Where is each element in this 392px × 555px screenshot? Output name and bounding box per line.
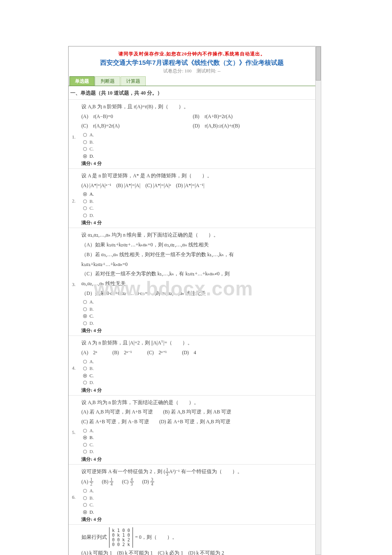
- denominator: 4: [150, 482, 154, 486]
- option-D[interactable]: D.: [81, 153, 311, 160]
- choice-row-AB: (A) 若 A,B 均可逆，则 A+B 可逆 (B) 若 A,B 均可逆，则 A…: [81, 408, 311, 416]
- choice-A-text: (A) r(A−B)=0: [81, 112, 192, 121]
- question-stem: 设 A,B 均为 n 阶方阵，下面结论正确的是（ ）。: [81, 398, 311, 407]
- choice-B-text: （B）若 α₁,…,αₙ 线性相关，则对任意一组不全为零的数 k₁,…,kₙ，有: [81, 250, 311, 259]
- radio-icon: [83, 307, 87, 311]
- choice-C-text: （C）若对任意一组不全为零的数 k₁,…,kₙ，有 k₁α₁+…+kₙαₙ≠0，…: [81, 269, 311, 278]
- option-B[interactable]: B.: [81, 365, 311, 372]
- radio-icon: [83, 374, 87, 378]
- question-6: 6. 设可逆矩阵 A 有一个特征值为 2，则 (13A²)⁻¹ 有一个特征值为（…: [69, 464, 315, 525]
- option-label: A.: [89, 488, 94, 493]
- option-label: A.: [89, 359, 94, 364]
- question-3: 3. 设 α₁,α₂,…,αₙ 均为 n 维向量，则下面结论正确的是（ ）。 （…: [69, 228, 315, 335]
- option-C[interactable]: C.: [81, 205, 311, 212]
- answer-options: A. B. C. D.: [81, 131, 311, 159]
- option-label: B.: [89, 306, 94, 312]
- choice-row: (C) r(A,B)=2r(A) (D) r(A,B)≤r(A)+r(B): [81, 121, 311, 130]
- option-A[interactable]: A.: [81, 298, 311, 306]
- option-C[interactable]: C.: [81, 501, 311, 509]
- option-label: A.: [89, 299, 94, 304]
- option-label: C.: [89, 442, 94, 447]
- option-label: A.: [89, 191, 94, 197]
- radio-icon: [83, 206, 87, 210]
- option-label: B.: [89, 495, 94, 500]
- header: 请同学及时保存作业,如您在20分钟内不作操作,系统将自动退出。 西安交通大学15…: [69, 46, 315, 77]
- answer-options: A. B. C. D.: [81, 191, 311, 219]
- question-1: 1. 设 A,B 为 n 阶矩阵，且 r(A)=r(B)，则（ ）。 (A) r…: [69, 99, 315, 168]
- option-label: C.: [89, 502, 94, 507]
- radio-icon: [83, 436, 87, 439]
- radio-icon: [83, 367, 87, 370]
- option-B[interactable]: B.: [81, 494, 311, 502]
- fraction-icon: 13: [165, 468, 169, 477]
- denominator: 3: [130, 482, 134, 486]
- question-2: 2. 设 A 是 n 阶可逆矩阵，A* 是 A 的伴随矩阵，则（ ）。 (A) …: [69, 168, 315, 228]
- radio-icon: [83, 147, 87, 151]
- fraction-icon: 12: [89, 477, 93, 486]
- denominator: 2: [89, 482, 93, 486]
- choice-B-text: (B) r(A+B)=2r(A): [193, 114, 233, 119]
- option-label: C.: [89, 373, 94, 378]
- question-5: 5. 设 A,B 均为 n 阶方阵，下面结论正确的是（ ）。 (A) 若 A,B…: [69, 395, 315, 464]
- option-B[interactable]: B.: [81, 434, 311, 441]
- sub-info: 试卷总分: 100 测试时间: --: [69, 68, 315, 74]
- option-A[interactable]: A.: [81, 487, 311, 494]
- option-C[interactable]: C.: [81, 145, 311, 153]
- radio-icon: [83, 140, 87, 144]
- radio-icon: [83, 360, 87, 364]
- option-C[interactable]: C.: [81, 312, 311, 320]
- radio-icon: [83, 214, 87, 217]
- radio-icon: [83, 489, 87, 493]
- stem-part: 如果行列式: [81, 535, 108, 540]
- denominator: 4: [110, 482, 113, 486]
- score-label: 满分: 4 分: [81, 456, 311, 462]
- page-title: 西安交通大学15年7月课程考试《线性代数（文）》作业考核试题: [69, 59, 315, 67]
- radio-icon: [83, 192, 87, 196]
- option-label: D.: [89, 380, 94, 385]
- question-4: 4. 设 A 为 n 阶矩阵，且 |A|=2，则 ||A|Aᵀ|=（ ）。 (A…: [69, 335, 315, 395]
- option-D[interactable]: D.: [81, 509, 311, 516]
- tab-judge[interactable]: 判断题: [95, 76, 120, 86]
- option-label: C.: [89, 146, 94, 151]
- scrollbar-thumb[interactable]: [316, 46, 321, 81]
- option-D[interactable]: D.: [81, 320, 311, 327]
- score-label: 满分: 4 分: [81, 387, 311, 393]
- question-stem: 如果行列式 k 1 0 0 0 k 1 0 0 0 k 2 0 0 2 k = …: [81, 527, 311, 548]
- question-7: 7. 如果行列式 k 1 0 0 0 k 1 0 0 0 k 2 0 0 2 k…: [69, 524, 315, 555]
- option-A[interactable]: A.: [81, 358, 311, 365]
- matrix-icon: k 1 0 0 0 k 1 0 0 0 k 2 0 0 2 k: [109, 527, 133, 548]
- option-B[interactable]: B.: [81, 198, 311, 205]
- tab-bar: 单选题 判断题 计算题: [69, 77, 315, 86]
- option-A[interactable]: A.: [81, 191, 311, 198]
- option-D[interactable]: D.: [81, 448, 311, 455]
- option-D[interactable]: D.: [81, 379, 311, 386]
- radio-icon: [83, 133, 87, 137]
- option-B[interactable]: B.: [81, 306, 311, 313]
- choice-row-CD: (C) 若 A+B 可逆，则 A−B 可逆 (D) 若 A+B 可逆，则 A,B…: [81, 417, 311, 426]
- choice-B-text2: k₁α₁+k₂α₂+…+kₙαₙ=0: [81, 260, 311, 269]
- option-C[interactable]: C.: [81, 372, 311, 379]
- tab-single-choice[interactable]: 单选题: [69, 76, 95, 86]
- tab-calc[interactable]: 计算题: [121, 76, 146, 86]
- choice-row: (A) r(A−B)=0 (B) r(A+B)=2r(A): [81, 112, 311, 121]
- warning-text: 请同学及时保存作业,如您在20分钟内不作操作,系统将自动退出。: [69, 51, 315, 57]
- radio-icon: [83, 154, 87, 158]
- score-label: 满分: 4 分: [81, 327, 311, 334]
- option-A[interactable]: A.: [81, 131, 311, 139]
- option-C[interactable]: C.: [81, 441, 311, 448]
- stem-part: A²)⁻¹ 有一个特征值为（ ）。: [169, 469, 242, 474]
- stem-part: 设可逆矩阵 A 有一个特征值为 2，则 (: [81, 469, 165, 474]
- question-number: 2.: [72, 198, 75, 203]
- option-D[interactable]: D.: [81, 212, 311, 219]
- question-stem: 设可逆矩阵 A 有一个特征值为 2，则 (13A²)⁻¹ 有一个特征值为（ ）。: [81, 467, 311, 477]
- option-label: B.: [89, 366, 94, 371]
- choice-row: (A) 12 (B) 14 (C) 43 (D) 34: [81, 477, 311, 487]
- option-label: C.: [89, 313, 94, 318]
- choice-row: (A) k 可能为 1 (B) k 不可能为 1 (C) k 必为 1 (D) …: [81, 549, 311, 555]
- option-A[interactable]: A.: [81, 427, 311, 434]
- score-label: 满分: 4 分: [81, 220, 311, 226]
- answer-options: A. B. C. D.: [81, 298, 311, 327]
- vertical-scrollbar[interactable]: [315, 46, 321, 555]
- option-label: D.: [89, 321, 94, 326]
- option-B[interactable]: B.: [81, 139, 311, 146]
